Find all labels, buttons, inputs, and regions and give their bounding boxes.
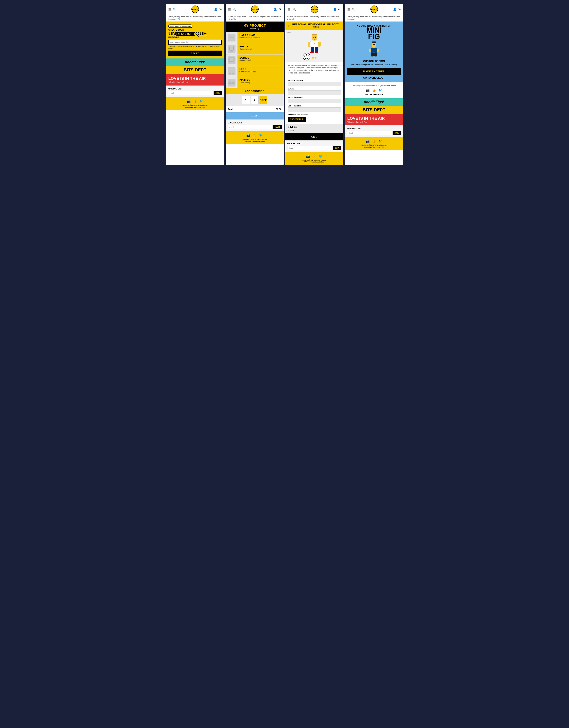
legs-subcategory: Choose a pair of legs — [239, 71, 282, 72]
logo-1[interactable]: MINI FIGS — [191, 6, 199, 13]
logo-2[interactable]: MINI FIGS — [251, 6, 258, 13]
big-price: £14.99 — [288, 126, 341, 129]
hamburger-icon[interactable]: ☰ — [168, 8, 171, 11]
join-button-1[interactable]: JOIN — [213, 91, 222, 95]
builder-row-display[interactable]: DISPLAY Add a display — [225, 77, 284, 88]
search-icon[interactable]: 🔍 — [173, 8, 176, 11]
social-icons-1: 📷 👍 🐦 — [168, 99, 222, 103]
logo-4[interactable]: MINI FIGS — [371, 6, 378, 13]
search-icon-3[interactable]: 🔍 — [293, 8, 296, 11]
email-input-4[interactable] — [347, 131, 392, 135]
hashtag: #MYMINIFIG.ME — [347, 93, 401, 96]
screen-4: ☰ 🔍 MINI FIGS 👤 🛍 Hurrah, we ship worldw… — [345, 4, 403, 165]
user-icon-3[interactable]: 👤 — [333, 8, 337, 11]
logo-text-2: MINI FIGS — [251, 8, 258, 10]
go-checkout-link[interactable]: GO TO CHECKOUT — [347, 76, 401, 79]
builder-row-bodies[interactable]: BODIES Choose a body — [225, 55, 284, 66]
facebook-icon-1[interactable]: 👍 — [193, 99, 197, 103]
joi-polloi-link-3[interactable]: Website by Joi Polloi — [312, 161, 324, 163]
project-title-input[interactable] — [168, 40, 222, 45]
add-button[interactable]: ADD — [285, 133, 344, 140]
twitter-icon-1[interactable]: 🐦 — [199, 99, 203, 103]
email-input-1[interactable] — [168, 91, 213, 95]
email-input-2[interactable] — [227, 125, 272, 129]
social-icons-3: 📷 👍 🐦 — [287, 154, 342, 158]
user-icon-4[interactable]: 👤 — [393, 8, 396, 11]
hamburger-icon-4[interactable]: ☰ — [347, 8, 350, 11]
bag-icon-2[interactable]: 🛍 — [278, 8, 281, 11]
join-button-4[interactable]: JOIN — [393, 131, 401, 135]
added-text: All the bits for your project 'My Daddy'… — [347, 64, 401, 66]
instagram-icon-1[interactable]: 📷 — [187, 99, 191, 103]
bag-icon-4[interactable]: 🛍 — [398, 8, 401, 11]
svg-rect-22 — [318, 42, 321, 46]
search-icon-2[interactable]: 🔍 — [233, 8, 236, 11]
bag-icon[interactable]: 🛍 — [219, 8, 222, 11]
heads-thumb — [225, 43, 237, 54]
legs-category: LEGS — [239, 68, 282, 71]
dots-row — [288, 56, 341, 60]
user-icon[interactable]: 👤 — [214, 8, 217, 11]
link-input[interactable] — [288, 107, 341, 112]
hats-info: HATS & HAIR Choose a hat or some hair — [237, 32, 284, 43]
email-input-3[interactable] — [287, 146, 332, 150]
heads-category: HEADS — [239, 45, 282, 48]
header-1: ☰ 🔍 MINI FIGS 👤 🛍 — [166, 4, 224, 15]
name-back-input[interactable] — [288, 82, 341, 86]
choose-file-button[interactable]: CHOOSE FILE — [288, 117, 306, 122]
instagram-icon-2[interactable]: 📷 — [246, 133, 250, 137]
svg-point-17 — [315, 37, 316, 38]
logo-3[interactable]: MINI FIGS — [311, 6, 318, 13]
svg-rect-26 — [315, 47, 318, 52]
hamburger-icon-2[interactable]: ☰ — [228, 8, 231, 11]
builder-row-legs[interactable]: LEGS Choose a pair of legs — [225, 66, 284, 77]
twitter-icon-4[interactable]: 🐦 — [378, 88, 382, 92]
speech-bubble: ERM... THIS IS EMBARRASSING — [168, 24, 192, 28]
header-2: ☰ 🔍 MINI FIGS 👤 🛍 — [225, 4, 284, 15]
joi-polloi-link-1[interactable]: Website by Joi Polloi — [192, 106, 205, 108]
dot-active — [312, 57, 314, 59]
svg-point-24 — [319, 46, 321, 47]
instagram-icon-footer-4[interactable]: 📷 — [366, 139, 370, 143]
shipping-banner-2: Hurrah, we ship worldwide. We currently … — [225, 15, 284, 22]
joi-polloi-link-2[interactable]: Website by Joi Polloi — [252, 140, 264, 142]
footer-copy-4: Minifigs Ltd © 2017. All Rights Reserved… — [347, 144, 401, 148]
product-image-area: MINI FIGS — [285, 30, 344, 62]
number-input[interactable] — [288, 90, 341, 95]
facebook-icon-footer-4[interactable]: 👍 — [372, 139, 376, 143]
buy-button[interactable]: BUY — [225, 112, 284, 119]
user-icon-2[interactable]: 👤 — [273, 8, 277, 11]
back-button[interactable]: ‹ — [288, 24, 289, 27]
team-input[interactable] — [288, 99, 341, 103]
joi-polloi-link-4[interactable]: Website by Joi Polloi — [371, 146, 384, 148]
twitter-icon-3[interactable]: 🐦 — [319, 154, 323, 158]
builder-row-heads[interactable]: HEADS Choose a head — [225, 43, 284, 55]
join-button-2[interactable]: JOIN — [273, 125, 282, 129]
search-icon-4[interactable]: 🔍 — [352, 8, 356, 11]
hamburger-icon-3[interactable]: ☰ — [288, 8, 291, 11]
twitter-icon-footer-4[interactable]: 🐦 — [378, 139, 382, 143]
facebook-icon-4[interactable]: 👍 — [372, 88, 376, 92]
instagram-icon-3[interactable]: 📷 — [306, 154, 310, 158]
product-desc-section: Get your favourite Football (or Soccer i… — [285, 62, 344, 78]
twitter-icon-2[interactable]: 🐦 — [259, 133, 263, 137]
join-button-3[interactable]: JOIN — [333, 146, 342, 150]
make-another-button[interactable]: MAKE ANOTHER — [347, 68, 401, 75]
hats-thumb — [225, 32, 237, 43]
bag-icon-3[interactable]: 🛍 — [338, 8, 341, 11]
start-button[interactable]: START — [168, 51, 222, 56]
svg-rect-6 — [233, 58, 235, 61]
bodies-category: BODIES — [239, 56, 282, 59]
svg-point-11 — [230, 82, 231, 83]
logo-text: MINI FIGS — [192, 8, 198, 10]
display-lego-thumb — [227, 79, 235, 87]
footer-copy-1: Minifigs Ltd © 2017. All Rights Reserved… — [168, 104, 222, 108]
builder-row-hats[interactable]: HATS & HAIR Choose a hat or some hair — [225, 32, 284, 43]
facebook-icon-2[interactable]: 👍 — [253, 133, 256, 137]
facebook-icon-3[interactable]: 👍 — [313, 154, 316, 158]
dot-inactive — [315, 57, 317, 59]
form-section: Name for the back Number Name of the tea… — [285, 79, 344, 124]
header-left-1: ☰ 🔍 — [168, 8, 176, 11]
instagram-icon-4[interactable]: 📷 — [366, 88, 370, 92]
email-row-2: JOIN — [227, 125, 282, 129]
